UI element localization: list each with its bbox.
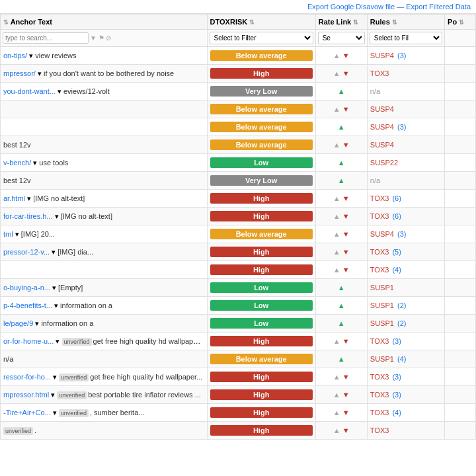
anchor-text: information on a xyxy=(41,319,93,327)
url-link[interactable]: v-bench/ xyxy=(3,159,31,167)
rate-cell: ▲ ▼ xyxy=(315,243,367,261)
thumb-down-icon[interactable]: ▼ xyxy=(342,52,350,60)
anchor-cell: tml ▾ [IMG] 20... xyxy=(1,225,208,243)
rules-link[interactable]: TOX3 xyxy=(370,373,389,381)
anchor-cell: mpressor.html ▾ unverifiedbest portable … xyxy=(1,386,208,404)
rules-link[interactable]: SUSP1 xyxy=(370,284,394,292)
thumb-down-icon[interactable]: ▼ xyxy=(342,141,350,149)
thumb-down-icon[interactable]: ▼ xyxy=(342,212,350,220)
rules-link[interactable]: TOX3 xyxy=(370,194,389,202)
sort-icon-dtox[interactable]: ⇅ xyxy=(249,19,255,26)
po-cell xyxy=(445,208,476,225)
url-link[interactable]: ar.html xyxy=(3,194,25,202)
rules-link[interactable]: TOX3 xyxy=(370,212,389,220)
po-cell xyxy=(445,83,476,100)
thumb-up-icon[interactable]: ▲ xyxy=(333,230,340,238)
url-link[interactable]: mpressor/ xyxy=(3,69,36,77)
url-link[interactable]: ressor-for-ho... xyxy=(3,373,51,381)
rules-link[interactable]: SUSP1 xyxy=(370,355,394,363)
thumb-up-icon[interactable]: ▲ xyxy=(333,391,340,399)
rules-link[interactable]: TOX3 xyxy=(370,426,389,434)
rules-link[interactable]: SUSP4 xyxy=(370,52,394,60)
rules-link[interactable]: SUSP4 xyxy=(370,105,394,113)
rules-cell: TOX3 xyxy=(367,65,444,83)
thumb-up-icon[interactable]: ▲ xyxy=(333,69,340,77)
thumb-down-icon[interactable]: ▼ xyxy=(342,69,350,77)
thumb-up-icon[interactable]: ▲ xyxy=(338,355,345,363)
rules-link[interactable]: SUSP1 xyxy=(370,301,394,309)
rules-filter-select[interactable]: Select to Fil xyxy=(370,32,442,44)
url-link[interactable]: on-tips/ xyxy=(3,52,27,60)
rules-link[interactable]: TOX3 xyxy=(370,69,389,77)
rules-link[interactable]: SUSP4 xyxy=(370,123,394,131)
dtox-cell: High xyxy=(207,190,315,208)
rate-filter-select[interactable]: Se xyxy=(318,32,365,44)
rules-count: (2) xyxy=(397,319,406,327)
thumb-up-icon[interactable]: ▲ xyxy=(338,159,345,167)
rules-link[interactable]: TOX3 xyxy=(370,391,389,399)
thumb-down-icon[interactable]: ▼ xyxy=(342,337,350,345)
sort-icon-rules[interactable]: ⇅ xyxy=(392,19,397,26)
thumb-up-icon[interactable]: ▲ xyxy=(333,194,340,202)
rules-cell: TOX3 (6) xyxy=(367,190,444,208)
thumb-up-icon[interactable]: ▲ xyxy=(333,266,340,274)
rules-link[interactable]: SUSP22 xyxy=(370,159,398,167)
thumb-up-icon[interactable]: ▲ xyxy=(333,373,340,381)
thumb-down-icon[interactable]: ▼ xyxy=(342,266,350,274)
rules-link[interactable]: TOX3 xyxy=(370,248,389,256)
dtox-badge: High xyxy=(210,336,313,346)
thumb-down-icon[interactable]: ▼ xyxy=(342,230,350,238)
rules-link[interactable]: SUSP4 xyxy=(370,141,394,149)
export-disavow-link[interactable]: Export Google Disavow file xyxy=(307,3,395,11)
url-link[interactable]: pressor-12-v... xyxy=(3,248,50,256)
table-row: best 12vVery Low▲ n/a xyxy=(1,172,476,190)
thumb-up-icon[interactable]: ▲ xyxy=(338,177,345,184)
dtox-badge: Below average xyxy=(210,139,313,150)
sort-icon-anchor[interactable]: ⇅ xyxy=(3,19,9,26)
url-link[interactable]: p-4-benefits-t... xyxy=(3,301,52,309)
thumb-down-icon[interactable]: ▼ xyxy=(342,248,350,256)
url-link[interactable]: tml xyxy=(3,230,13,238)
rules-link[interactable]: TOX3 xyxy=(370,409,389,416)
url-link[interactable]: mpressor.html xyxy=(3,391,49,399)
thumb-up-icon[interactable]: ▲ xyxy=(333,52,340,60)
thumb-down-icon[interactable]: ▼ xyxy=(342,373,350,381)
thumb-up-icon[interactable]: ▲ xyxy=(333,337,340,345)
thumb-up-icon[interactable]: ▲ xyxy=(338,301,345,309)
thumb-up-icon[interactable]: ▲ xyxy=(333,409,340,416)
rules-cell: n/a xyxy=(367,83,444,100)
thumb-up-icon[interactable]: ▲ xyxy=(333,426,340,434)
thumb-down-icon[interactable]: ▼ xyxy=(342,105,350,113)
thumb-up-icon[interactable]: ▲ xyxy=(338,284,345,292)
thumb-down-icon[interactable]: ▼ xyxy=(342,391,350,399)
anchor-cell: unverified. xyxy=(1,422,208,440)
unverified-badge: unverified xyxy=(3,427,33,435)
rules-cell: SUSP1 (2) xyxy=(367,297,444,315)
sort-icon-rate[interactable]: ⇅ xyxy=(353,19,358,26)
url-link[interactable]: -Tire+Air+Co... xyxy=(3,409,51,416)
thumb-up-icon[interactable]: ▲ xyxy=(333,141,340,149)
sort-icon-po[interactable]: ⇅ xyxy=(459,19,464,26)
thumb-down-icon[interactable]: ▼ xyxy=(342,409,350,416)
thumb-up-icon[interactable]: ▲ xyxy=(338,87,345,95)
rules-link[interactable]: SUSP4 xyxy=(370,230,394,238)
thumb-up-icon[interactable]: ▲ xyxy=(338,123,345,131)
rules-link[interactable]: TOX3 xyxy=(370,266,389,274)
rules-link[interactable]: SUSP1 xyxy=(370,319,394,327)
url-link[interactable]: or-for-home-u... xyxy=(3,337,54,345)
thumb-up-icon[interactable]: ▲ xyxy=(333,105,340,113)
dtox-badge: Low xyxy=(210,157,313,168)
thumb-up-icon[interactable]: ▲ xyxy=(333,212,340,220)
url-link[interactable]: for-car-tires.h... xyxy=(3,212,53,220)
dtox-filter-select[interactable]: Select to Filter xyxy=(210,32,313,44)
url-link[interactable]: you-dont-want... xyxy=(3,87,56,95)
rules-link[interactable]: TOX3 xyxy=(370,337,389,345)
thumb-down-icon[interactable]: ▼ xyxy=(342,194,350,202)
url-link[interactable]: o-buying-a-n... xyxy=(3,284,50,292)
rules-cell: TOX3 (6) xyxy=(367,208,444,225)
anchor-search-input[interactable] xyxy=(3,32,89,44)
thumb-down-icon[interactable]: ▼ xyxy=(342,426,350,434)
thumb-up-icon[interactable]: ▲ xyxy=(338,319,345,327)
url-link[interactable]: le/page/9 xyxy=(3,319,33,327)
thumb-up-icon[interactable]: ▲ xyxy=(333,248,340,256)
